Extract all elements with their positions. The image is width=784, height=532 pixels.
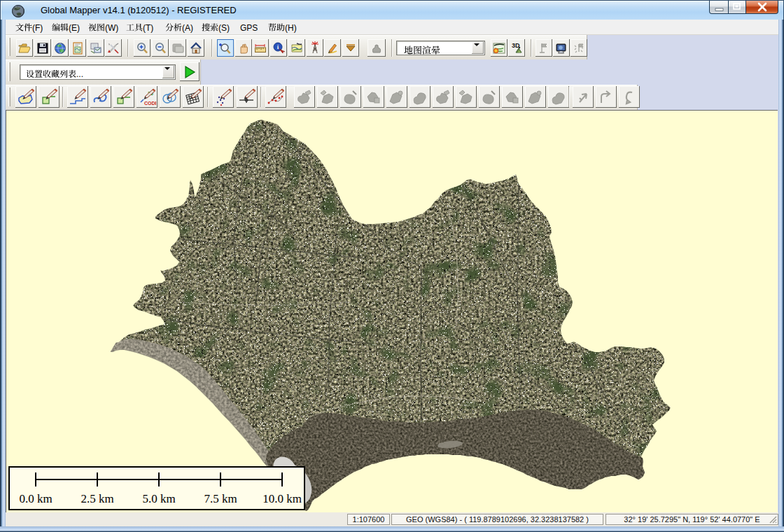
svg-text:0.0 km: 0.0 km (19, 492, 52, 505)
svg-text:GPS: GPS (240, 23, 258, 33)
svg-text:(F): (F) (32, 23, 43, 33)
svg-text:(A): (A) (182, 23, 193, 33)
svg-text:(W): (W) (105, 23, 118, 33)
svg-text:(S): (S) (218, 23, 230, 33)
svg-text:(T): (T) (143, 23, 153, 33)
svg-text:(E): (E) (69, 23, 80, 33)
svg-text:CODE: CODE (144, 101, 156, 106)
svg-text:2.5 km: 2.5 km (80, 492, 113, 505)
svg-text:10.0 km: 10.0 km (262, 492, 302, 505)
svg-text:7.5 km: 7.5 km (204, 492, 237, 505)
svg-text:5.0 km: 5.0 km (142, 492, 175, 505)
svg-text:(H): (H) (285, 23, 297, 33)
svg-text:...: ... (76, 69, 83, 79)
